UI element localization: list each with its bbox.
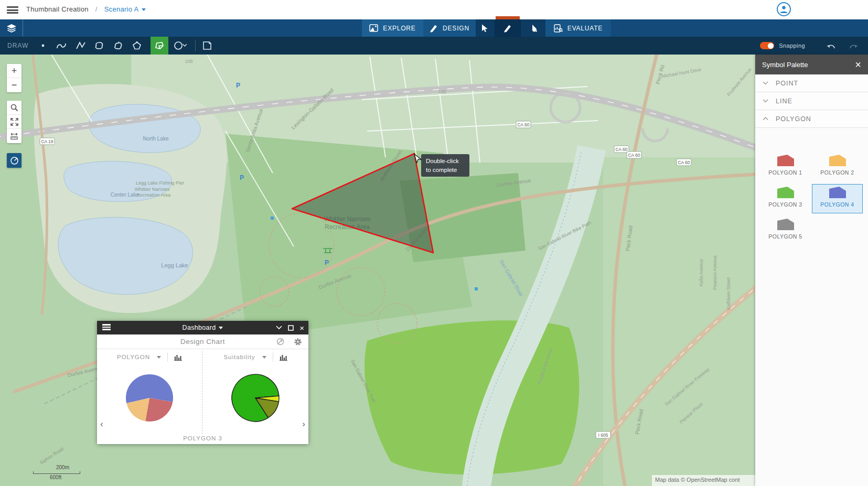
symbol-label: POLYGON 2 bbox=[820, 169, 854, 176]
section-polygon[interactable]: POLYGON bbox=[755, 110, 868, 128]
maximize-button[interactable] bbox=[288, 325, 294, 331]
dashboard-window: Dashboard × Design Chart bbox=[97, 321, 308, 444]
close-icon[interactable]: × bbox=[855, 59, 861, 70]
section-point[interactable]: POINT bbox=[755, 74, 868, 92]
symbol-palette-panel: Symbol Palette × POINT LINE POLYGON POLY… bbox=[755, 55, 868, 486]
divider bbox=[273, 352, 273, 362]
map-marker bbox=[475, 287, 478, 290]
route-shield-label: CA 60 bbox=[517, 122, 529, 127]
draw-point-tool[interactable] bbox=[34, 37, 52, 55]
chart-footer-label: POLYGON 3 bbox=[97, 435, 308, 441]
select-tool-button[interactable] bbox=[476, 19, 495, 37]
section-line-label: LINE bbox=[776, 98, 792, 105]
redo-icon[interactable] bbox=[848, 42, 859, 49]
search-button[interactable] bbox=[7, 101, 22, 115]
polygon-outline-icon bbox=[132, 41, 142, 50]
route-shield-label: CA 60 bbox=[628, 153, 640, 158]
dashboard-gauge-button[interactable] bbox=[7, 153, 22, 168]
carousel-next-button[interactable]: › bbox=[302, 419, 305, 429]
evaluate-report-icon bbox=[554, 24, 563, 33]
breadcrumb: Thumbnail Creation / Scenario A bbox=[26, 5, 146, 13]
paint-drop-icon bbox=[529, 24, 538, 33]
draw-freehand-line-tool[interactable] bbox=[90, 37, 108, 55]
app-menu-icon[interactable] bbox=[7, 6, 18, 14]
draw-polygon-outline-tool[interactable] bbox=[128, 37, 146, 55]
pie-chart-suitability[interactable] bbox=[229, 372, 282, 424]
draw-polygon-tool-active[interactable] bbox=[151, 37, 168, 55]
draw-curve-tool[interactable] bbox=[52, 37, 70, 55]
curve-line-icon bbox=[56, 41, 67, 50]
measure-button[interactable] bbox=[7, 129, 22, 143]
cursor-arrow-icon bbox=[481, 24, 489, 33]
palette-title: Symbol Palette bbox=[762, 61, 855, 69]
chevron-down-icon[interactable] bbox=[262, 356, 266, 359]
polygon-swatch bbox=[829, 187, 846, 198]
close-icon[interactable]: × bbox=[299, 323, 304, 332]
draw-circle-tool[interactable] bbox=[169, 37, 192, 55]
carousel-prev-button[interactable]: ‹ bbox=[100, 419, 103, 429]
pie-chart-polygon[interactable] bbox=[123, 372, 176, 424]
section-point-label: POINT bbox=[776, 80, 798, 87]
main-nav-bar: EXPLORE DESIGN bbox=[0, 19, 868, 37]
gear-icon[interactable] bbox=[294, 338, 302, 346]
fill-tool-button[interactable] bbox=[521, 19, 545, 37]
map-label: 10B bbox=[185, 59, 192, 64]
visibility-off-icon[interactable] bbox=[276, 338, 285, 345]
chevron-down-icon bbox=[763, 81, 768, 85]
draw-template-tool[interactable] bbox=[198, 37, 216, 55]
map-label: North Lake bbox=[143, 136, 169, 142]
tab-explore[interactable]: EXPLORE bbox=[362, 19, 423, 37]
toolbar-separator bbox=[195, 40, 196, 51]
bar-chart-icon[interactable] bbox=[174, 354, 182, 361]
symbol-polygon-1[interactable]: POLYGON 1 bbox=[760, 152, 811, 181]
chart-field-dropdown[interactable]: POLYGON bbox=[117, 354, 150, 360]
undo-icon[interactable] bbox=[826, 42, 837, 49]
breadcrumb-root: Thumbnail Creation bbox=[26, 5, 89, 13]
chevron-down-icon[interactable] bbox=[157, 356, 161, 359]
zoom-out-button[interactable]: − bbox=[7, 78, 22, 92]
user-avatar[interactable] bbox=[777, 2, 791, 16]
dashboard-menu-icon[interactable] bbox=[102, 324, 111, 331]
snapping-toggle[interactable] bbox=[760, 42, 774, 49]
snapping-label: Snapping bbox=[779, 42, 805, 49]
symbol-polygon-4-selected[interactable]: POLYGON 4 bbox=[812, 184, 863, 213]
breadcrumb-separator: / bbox=[95, 5, 98, 13]
active-tool-indicator bbox=[496, 16, 520, 19]
zoom-in-button[interactable]: + bbox=[7, 64, 22, 78]
bar-chart-icon[interactable] bbox=[280, 354, 287, 361]
symbol-polygon-2[interactable]: POLYGON 2 bbox=[812, 152, 863, 181]
scenario-dropdown[interactable]: Scenario A bbox=[104, 5, 146, 13]
draw-tool-button-active[interactable] bbox=[495, 19, 521, 37]
extent-button[interactable] bbox=[7, 115, 22, 129]
maximize-icon bbox=[288, 325, 294, 331]
parking-marker: P bbox=[240, 174, 244, 181]
pencil-icon bbox=[503, 24, 512, 33]
symbol-polygon-3[interactable]: POLYGON 3 bbox=[760, 184, 811, 213]
layers-button[interactable] bbox=[0, 19, 23, 37]
draw-polyline-tool[interactable] bbox=[72, 37, 90, 55]
map-label: Legg Lake Fishing Pier bbox=[136, 180, 184, 186]
collapse-button[interactable] bbox=[276, 326, 282, 330]
measure-icon bbox=[10, 132, 18, 140]
top-bar: Thumbnail Creation / Scenario A bbox=[0, 0, 868, 19]
scale-line bbox=[33, 471, 80, 474]
section-polygon-label: POLYGON bbox=[776, 115, 811, 123]
tab-design[interactable]: DESIGN bbox=[423, 19, 476, 37]
gauge-icon bbox=[10, 156, 19, 165]
freehand-polygon-icon bbox=[113, 41, 123, 50]
tab-evaluate[interactable]: EVALUATE bbox=[545, 19, 611, 37]
route-shield-label: I 605 bbox=[598, 433, 608, 438]
symbol-polygon-5[interactable]: POLYGON 5 bbox=[760, 216, 811, 245]
zoom-controls: + − bbox=[7, 64, 22, 92]
search-icon bbox=[10, 104, 18, 112]
chart-field-dropdown[interactable]: Suitability bbox=[223, 354, 255, 360]
route-shield-label: CA 19 bbox=[41, 139, 53, 144]
point-icon bbox=[38, 41, 48, 50]
section-line[interactable]: LINE bbox=[755, 92, 868, 110]
design-pencil-icon bbox=[430, 24, 438, 33]
dashboard-titlebar[interactable]: Dashboard × bbox=[97, 321, 308, 334]
symbol-label: POLYGON 5 bbox=[768, 233, 802, 240]
polygon-swatch bbox=[777, 219, 794, 230]
draw-freehand-polygon-tool[interactable] bbox=[109, 37, 127, 55]
chevron-down-icon bbox=[219, 327, 223, 329]
